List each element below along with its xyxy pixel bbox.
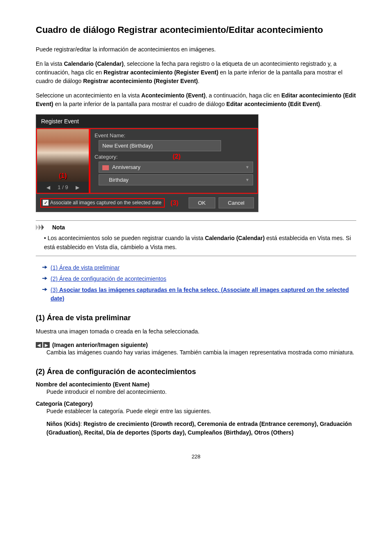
text-bold: Calendario (Calendar): [64, 60, 123, 67]
annotation-3: (3): [171, 199, 179, 207]
prev-next-icon-body: Cambia las imágenes cuando hay varias im…: [36, 348, 356, 357]
text: en la parte inferior de la pantalla para…: [53, 101, 226, 107]
link-row: (3) Asociar todas las imágenes capturada…: [36, 286, 356, 303]
text: En la vista: [36, 60, 64, 67]
chevron-down-icon: ▼: [245, 178, 249, 182]
category-list: Niños (Kids): Registro de crecimiento (G…: [36, 420, 356, 437]
pager: ◀ 1 / 9 ▶: [37, 182, 89, 193]
event-name-input[interactable]: New Event (Birthday): [99, 140, 221, 151]
prev-icon: ◀: [36, 342, 42, 348]
text-bold: Registrar acontecimiento (Register Event…: [83, 78, 198, 84]
note-icon: [36, 224, 50, 230]
preview-thumbnail: (1): [37, 129, 89, 182]
annotation-1: (1): [59, 172, 67, 180]
link-preview-area[interactable]: (1) Área de vista preliminar: [51, 264, 120, 272]
event-name-body: Puede introducir el nombre del acontecim…: [36, 388, 356, 396]
annotation-2: (2): [173, 153, 181, 160]
note-box: Nota Los acontecimientos solo se pueden …: [36, 220, 356, 256]
event-name-term: Nombre del acontecimiento (Event Name): [36, 381, 356, 388]
text: .: [320, 101, 322, 107]
page-number: 228: [36, 453, 356, 460]
note-title: Nota: [52, 224, 65, 231]
dialog-screenshot: Register Event (1) ◀ 1 / 9 ▶ (2) Event N…: [36, 114, 258, 212]
text: , a continuación, haga clic en: [205, 92, 281, 99]
text-bold: Calendario (Calendar): [205, 235, 265, 241]
link-row: (2) Área de configuración de acontecimie…: [36, 275, 356, 283]
event-name-label: Event Name:: [95, 132, 253, 139]
icon-label: (Imagen anterior/Imagen siguiente): [52, 342, 148, 348]
dialog-title: Register Event: [36, 115, 258, 128]
link-row: (1) Área de vista preliminar: [36, 264, 356, 272]
paragraph-2: En la vista Calendario (Calendar), selec…: [36, 60, 356, 86]
dialog-footer: ✓ Associate all images captured on the s…: [36, 194, 258, 212]
text: .: [198, 78, 200, 84]
page-title: Cuadro de diálogo Registrar acontecimien…: [36, 25, 356, 35]
checkbox-label: Associate all images captured on the sel…: [50, 200, 161, 206]
note-text: Los acontecimientos solo se pueden regis…: [36, 234, 356, 252]
section-2-heading: (2) Área de configuración de acontecimie…: [36, 368, 356, 376]
text-bold: Niños (Kids): [46, 421, 80, 427]
category-color-swatch: [102, 165, 109, 170]
checkbox-checked-icon: ✓: [43, 200, 48, 206]
section-1-heading: (1) Área de vista preliminar: [36, 314, 356, 322]
section-1-body: Muestra una imagen tomada o creada en la…: [36, 327, 356, 336]
preview-area: (1) ◀ 1 / 9 ▶: [36, 128, 90, 194]
text: Seleccione un acontecimiento en la vista: [36, 92, 141, 99]
intro-text: Puede registrar/editar la información de…: [36, 45, 356, 54]
ok-button[interactable]: OK: [189, 197, 215, 208]
text-bold: Editar acontecimiento (Edit Event): [226, 101, 320, 107]
text-bold: Registrar acontecimiento (Register Event…: [104, 69, 218, 76]
pager-text: 1 / 9: [58, 184, 68, 190]
cancel-button[interactable]: Cancel: [219, 197, 254, 208]
link-associate-images[interactable]: (3) Asociar todas las imágenes capturada…: [51, 286, 356, 303]
associate-checkbox-wrap[interactable]: ✓ Associate all images captured on the s…: [40, 198, 165, 207]
subcategory-select[interactable]: Birthday ▼: [99, 174, 253, 185]
arrow-right-icon: [42, 287, 47, 291]
text: (3): [51, 287, 59, 293]
category-body: Puede establecer la categoría. Puede ele…: [36, 407, 356, 416]
prev-next-icon: ◀ ▶: [36, 342, 50, 348]
arrow-right-icon: [42, 276, 47, 280]
text-bold: Registro de crecimiento (Growth record),…: [46, 421, 352, 436]
arrow-right-icon: [42, 265, 47, 269]
subcategory-value: Birthday: [102, 177, 129, 183]
next-icon: ▶: [43, 342, 50, 348]
text-bold: Acontecimiento (Event): [141, 92, 205, 99]
prev-next-icon-term: ◀ ▶ (Imagen anterior/Imagen siguiente): [36, 342, 356, 348]
category-term: Categoría (Category): [36, 400, 356, 407]
paragraph-3: Seleccione un acontecimiento en la vista…: [36, 91, 356, 109]
category-select[interactable]: Anniversary ▼: [99, 162, 253, 173]
prev-image-icon[interactable]: ◀: [46, 185, 50, 190]
next-image-icon[interactable]: ▶: [76, 185, 79, 190]
chevron-down-icon: ▼: [245, 165, 249, 169]
anchor-link-list: (1) Área de vista preliminar (2) Área de…: [36, 264, 356, 303]
text-bold: Asociar todas las imágenes capturadas en…: [51, 287, 349, 302]
note-heading: Nota: [36, 224, 356, 231]
category-value: Anniversary: [112, 164, 141, 170]
event-settings-area: (2) Event Name: New Event (Birthday) Cat…: [90, 128, 258, 194]
text: Los acontecimientos solo se pueden regis…: [48, 235, 205, 241]
link-event-settings-area[interactable]: (2) Área de configuración de acontecimie…: [51, 275, 166, 283]
